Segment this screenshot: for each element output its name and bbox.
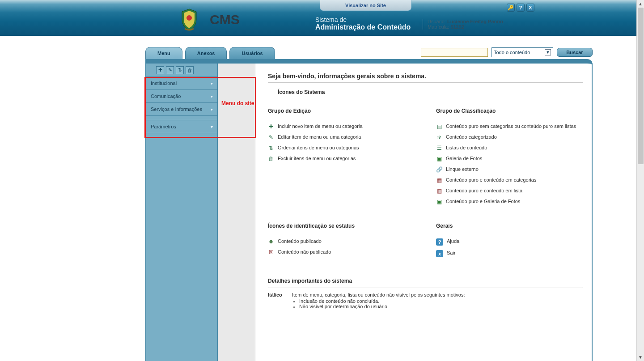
status-column: Ícones de identificação se estatus ☻ Con… [268, 223, 415, 262]
page-scrollbar[interactable]: ▲ ▼ [636, 0, 644, 361]
plus-icon: ✚ [268, 123, 274, 130]
icon-line-pure: ▤Conteúdo puro sem categorias ou conteúd… [436, 123, 583, 130]
delete-icon[interactable]: 🗑 [186, 66, 194, 74]
app-header: Visualizar no Site 🔑 ? X CMS Sistema de … [0, 0, 644, 36]
search-button[interactable]: Buscar [557, 48, 593, 57]
tree-icon: ፨ [436, 134, 442, 140]
pencil-icon: ✎ [268, 134, 274, 140]
status-title: Ícones de identificação se estatus [268, 223, 415, 229]
chevron-down-icon: ▾ [211, 124, 213, 129]
secondary-column [218, 64, 255, 361]
annotation-label: Menu do site [221, 100, 254, 106]
scroll-down-icon[interactable]: ▼ [637, 353, 644, 361]
icon-line-order: ⇅ Ordenar itens de menu ou categorias [268, 145, 415, 151]
scroll-up-icon[interactable]: ▲ [637, 0, 644, 8]
chevron-down-icon: ▾ [211, 81, 213, 86]
photo-icon: ▣ [436, 156, 442, 162]
app-title: CMS [210, 12, 240, 27]
matricula-label: Matrícula: [428, 24, 449, 30]
app-subtitle: Sistema de Administração de Conteúdo [315, 16, 411, 31]
icon-line-unpublished: ☒ Conteúdo não publicado [268, 249, 415, 255]
published-icon: ☻ [268, 238, 274, 245]
main-content: Seja bem-vindo, informações gerais sobre… [255, 64, 592, 361]
search-bar: Todo o conteúdo ▼ Buscar [421, 47, 593, 59]
chevron-down-icon: ▾ [211, 107, 213, 112]
icon-line-help: ? Ajuda [436, 238, 583, 246]
sidebar-item-servicos[interactable]: Serviços e Informações ▾ [146, 103, 217, 116]
gerais-title: Gerais [436, 223, 583, 229]
new-item-icon[interactable]: ✚ [156, 66, 164, 74]
italic-desc: Item de menu, categoria, lista ou conteú… [292, 292, 465, 297]
tab-row: Menu Anexos Usuários Todo o conteúdo ▼ B… [51, 47, 593, 59]
doc-icon: ▤ [436, 123, 442, 130]
coat-of-arms-icon [177, 7, 202, 32]
edit-icon[interactable]: ✎ [166, 66, 174, 74]
trash-icon: 🗑 [268, 156, 274, 162]
search-scope-select[interactable]: Todo o conteúdo ▼ [491, 47, 553, 57]
sidebar-item-parametros[interactable]: Parâmetros ▾ [146, 120, 217, 133]
sidebar-item-institucional[interactable]: Institucional ▾ [146, 77, 217, 90]
italic-label: Itálico [268, 292, 288, 309]
icon-line-link: 🔗Linque externo [436, 166, 583, 173]
icon-line-pure-categ: ▦Conteúdo puro e conteúdo em categorias [436, 177, 583, 183]
page-title: Seja bem-vindo, informações gerais sobre… [268, 72, 583, 80]
chevron-down-icon: ▼ [545, 49, 551, 55]
chevron-down-icon: ▾ [211, 94, 213, 99]
svg-point-0 [186, 15, 192, 21]
sidebar: ✚ ✎ ⇅ 🗑 Institucional ▾ Comunicação ▾ Se… [146, 64, 218, 361]
reorder-icon[interactable]: ⇅ [176, 66, 184, 74]
link-icon: 🔗 [436, 166, 442, 173]
doclist-icon: ▥ [436, 188, 442, 194]
workspace: ✚ ✎ ⇅ 🗑 Institucional ▾ Comunicação ▾ Se… [145, 59, 593, 361]
icon-line-gallery: ▣Galeria de Fotos [436, 156, 583, 162]
sidebar-item-label: Institucional [151, 81, 177, 86]
docphoto-icon: ▣ [436, 199, 442, 205]
search-input[interactable] [421, 48, 488, 57]
view-site-button[interactable]: Visualizar no Site [320, 0, 411, 11]
details-bullet: Não visível por determinação do usuário. [299, 304, 465, 309]
icon-line-edit: ✎ Editar item de menu ou uma categoria [268, 134, 415, 140]
tab-anexos[interactable]: Anexos [185, 47, 227, 59]
scroll-thumb[interactable] [638, 8, 644, 164]
user-info-block: Usuário: Lucienne Freitag Panno Matrícul… [423, 19, 503, 30]
icon-line-published: ☻ Conteúdo publicado [268, 238, 415, 245]
help-icon[interactable]: ? [517, 4, 525, 12]
user-name: Lucienne Freitag Panno [447, 19, 503, 24]
help-square-icon: ? [436, 238, 443, 246]
unpublished-icon: ☒ [268, 249, 274, 255]
group-edit-column: Grupo de Edição ✚ Incluir novo item de m… [268, 108, 415, 209]
icon-line-categ: ፨Conteúdo categorizado [436, 134, 583, 140]
sidebar-item-label: Comunicação [151, 93, 181, 99]
icon-line-pure-list: ▥Conteúdo puro e conteúdo em lista [436, 188, 583, 194]
icon-line-exit: x Sair [436, 250, 583, 257]
icon-line-pure-gallery: ▣Conteúdo puro e Galeria de Fotos [436, 199, 583, 205]
icons-section-title: Ícones do Sistema [278, 89, 583, 95]
matricula-value: 51292 [450, 24, 464, 30]
close-square-icon: x [436, 250, 443, 257]
user-label: Usuário: [428, 19, 446, 24]
logo-area: CMS [177, 7, 240, 32]
details-section: Detalhes importantes do sistema Itálico … [268, 278, 583, 309]
icon-line-lists: ☰Listas de conteúdo [436, 145, 583, 151]
docgrid-icon: ▦ [436, 177, 442, 183]
tab-usuarios[interactable]: Usuários [229, 47, 275, 59]
icon-line-include: ✚ Incluir novo item de menu ou categoria [268, 123, 415, 130]
sidebar-item-label: Parâmetros [151, 124, 176, 129]
group-class-title: Grupo de Classificação [436, 108, 583, 114]
close-icon[interactable]: X [526, 4, 534, 12]
group-class-column: Grupo de Classificação ▤Conteúdo puro se… [436, 108, 583, 209]
key-icon[interactable]: 🔑 [507, 4, 515, 12]
details-bullet: Inclusão de conteúdo não concluída. [299, 298, 465, 304]
icon-line-delete: 🗑 Excluir itens de menu ou categorias [268, 156, 415, 162]
updown-icon: ⇅ [268, 145, 274, 151]
gerais-column: Gerais ? Ajuda x Sair [436, 223, 583, 262]
tab-menu[interactable]: Menu [145, 47, 182, 59]
sidebar-item-comunicacao[interactable]: Comunicação ▾ [146, 90, 217, 103]
header-utility-icons: 🔑 ? X [507, 4, 534, 12]
list-icon: ☰ [436, 145, 442, 151]
details-title: Detalhes importantes do sistema [268, 278, 583, 284]
sidebar-toolbar: ✚ ✎ ⇅ 🗑 [146, 64, 217, 77]
sidebar-item-label: Serviços e Informações [151, 106, 202, 112]
group-edit-title: Grupo de Edição [268, 108, 415, 114]
